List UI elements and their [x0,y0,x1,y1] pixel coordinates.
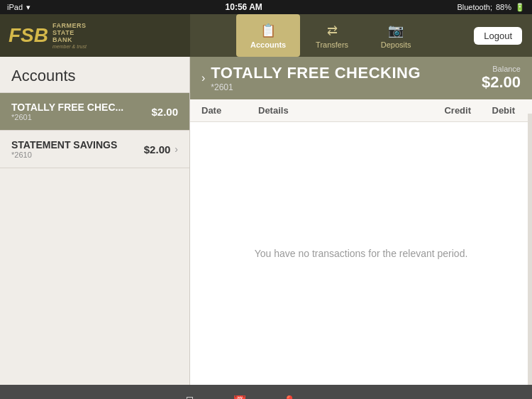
account-name-savings: STATEMENT SAVINGS [11,139,117,151]
logo-text-block: FARMERS STATE BANK member & trust [52,22,87,49]
header: FSB FARMERS STATE BANK member & trust 📋 … [0,14,532,57]
account-balance-checking: $2.00 [151,106,178,118]
account-item-left-checking: TOTALLY FREE CHEC... *2601 [11,102,123,121]
sidebar: Accounts TOTALLY FREE CHEC... *2601 $2.0… [0,57,190,385]
transfers-label: Transfers [316,40,348,49]
deposits-label: Deposits [381,40,411,49]
col-header-date: Date [201,105,258,116]
col-header-credit: Credit [414,105,471,116]
deposits-icon: 📷 [388,23,404,38]
logo-tagline: member & trust [52,44,87,49]
account-title-group: TOTALLY FREE CHECKING *2601 [211,64,421,92]
account-detail-header: › TOTALLY FREE CHECKING *2601 Balance $2… [190,57,532,99]
footer: Member FDIC 🖩 Calculator 📅 Calendar 📍 Lo… [0,385,532,399]
chevron-right-icon: › [174,143,178,155]
account-item-left-savings: STATEMENT SAVINGS *2610 [11,139,117,159]
footer-nav: 🖩 Calculator 📅 Calendar 📍 Locations ••• … [65,395,465,399]
tab-accounts[interactable]: 📋 Accounts [236,14,300,57]
logo-fsb-text: FSB [9,26,48,45]
account-name-checking: TOTALLY FREE CHEC... [11,102,123,113]
scroll-indicator[interactable] [528,114,532,385]
wifi-icon: ▾ [26,3,31,12]
col-header-debit: Debit [471,105,521,116]
transactions-table: Date Details Credit Debit You have no tr… [190,99,532,385]
status-right: Bluetooth; 88% 🔋 [457,3,525,12]
content-area: › TOTALLY FREE CHECKING *2601 Balance $2… [190,57,532,385]
account-balance-savings: $2.00 [144,143,171,155]
accounts-icon: 📋 [260,23,276,38]
logo-state: STATE [52,29,87,36]
bluetooth-icon: Bluetooth; [457,3,492,11]
header-expand-icon[interactable]: › [201,72,205,84]
balance-label: Balance [492,65,521,73]
accounts-label: Accounts [250,40,286,49]
account-item-savings[interactable]: STATEMENT SAVINGS *2610 $2.00 › [0,131,189,168]
no-transactions-message: You have no transactions for the relevan… [255,248,468,259]
main-content: Accounts TOTALLY FREE CHEC... *2601 $2.0… [0,57,532,385]
balance-amount: $2.00 [482,73,521,92]
battery-percent: 88% [496,3,511,11]
table-body: You have no transactions for the relevan… [190,122,532,385]
carrier-label: iPad [7,3,23,11]
more-icon: ••• [333,395,345,400]
footer-item-more[interactable]: ••• More [314,395,364,400]
logo-area: FSB FARMERS STATE BANK member & trust [0,14,190,57]
transfers-icon: ⇄ [327,23,338,38]
footer-item-calculator[interactable]: 🖩 Calculator [165,395,215,400]
time-display: 10:56 AM [226,2,262,12]
logo: FSB FARMERS STATE BANK member & trust [9,22,87,49]
calculator-icon: 🖩 [184,395,196,400]
account-detail-name: TOTALLY FREE CHECKING [211,64,421,82]
calendar-icon: 📅 [233,395,247,399]
locations-icon: 📍 [282,395,297,399]
tab-transfers[interactable]: ⇄ Transfers [300,14,364,57]
footer-item-calendar[interactable]: 📅 Calendar [215,395,265,399]
col-header-details: Details [258,105,414,116]
logo-bank: BANK [52,36,87,43]
logo-farmers: FARMERS [52,22,87,29]
account-number-savings: *2610 [11,151,117,159]
battery-icon: 🔋 [515,3,525,12]
status-bar: iPad ▾ 10:56 AM Bluetooth; 88% 🔋 [0,0,532,14]
account-number-checking: *2601 [11,113,123,121]
status-left: iPad ▾ [7,3,31,12]
content-wrapper: › TOTALLY FREE CHECKING *2601 Balance $2… [190,57,532,385]
account-header-left: › TOTALLY FREE CHECKING *2601 [201,64,421,92]
nav-tabs: 📋 Accounts ⇄ Transfers 📷 Deposits [190,14,474,57]
sidebar-title: Accounts [0,57,189,93]
account-detail-balance-group: Balance $2.00 [482,65,521,92]
account-item-checking[interactable]: TOTALLY FREE CHEC... *2601 $2.00 [0,93,189,131]
logout-button[interactable]: Logout [474,27,522,45]
account-detail-number: *2601 [211,82,421,92]
footer-item-locations[interactable]: 📍 Locations [265,395,314,399]
table-header: Date Details Credit Debit [190,99,532,122]
tab-deposits[interactable]: 📷 Deposits [364,14,428,57]
